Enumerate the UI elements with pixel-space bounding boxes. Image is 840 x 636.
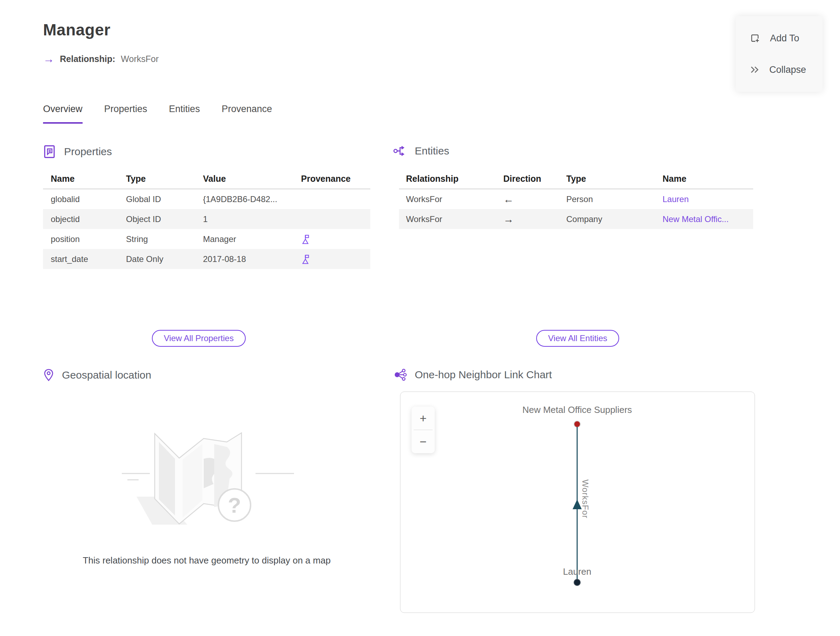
tab-bar: Overview Properties Entities Provenance	[43, 104, 272, 123]
properties-icon	[43, 144, 56, 159]
provenance-flag-icon	[301, 234, 370, 244]
properties-section-header: Properties	[43, 144, 112, 159]
prop-name: globalid	[51, 195, 126, 204]
node-person[interactable]	[574, 579, 581, 586]
col-direction: Direction	[503, 174, 566, 184]
properties-table: Name Type Value Provenance globalid Glob…	[43, 172, 370, 269]
prop-type: Object ID	[126, 214, 203, 224]
tab-provenance[interactable]: Provenance	[221, 104, 272, 123]
direction-right-arrow-icon: →	[503, 213, 566, 225]
link-chart-icon	[393, 369, 407, 381]
relationship-subtitle: → Relationship: WorksFor	[43, 53, 159, 65]
geospatial-section-header: Geospatial location	[43, 369, 151, 382]
prop-value: 1	[203, 214, 301, 224]
link-chart-section-title: One-hop Neighbor Link Chart	[415, 369, 552, 381]
edge-label: WorksFor	[580, 479, 590, 519]
node-label-person: Lauren	[563, 566, 592, 577]
table-row: WorksFor ← Person Lauren	[399, 189, 753, 209]
link-chart-canvas[interactable]: + − New Metal Office Suppliers WorksFor …	[400, 392, 755, 613]
add-to-label: Add To	[770, 33, 799, 44]
entities-section-header: Entities	[393, 144, 449, 158]
prop-name: position	[51, 234, 126, 244]
tab-overview[interactable]: Overview	[43, 104, 83, 123]
subtitle-label: Relationship:	[60, 54, 115, 64]
node-label-company: New Metal Office Suppliers	[522, 405, 632, 415]
zoom-out-button[interactable]: −	[412, 430, 435, 453]
prop-type: Date Only	[126, 254, 203, 264]
prop-value: {1A9DB2B6-D482...	[203, 195, 301, 204]
actions-card: Add To Collapse	[736, 16, 823, 92]
table-row: position String Manager	[43, 229, 370, 249]
geospatial-empty-message: This relationship does not have geometry…	[43, 555, 370, 566]
table-row: start_date Date Only 2017-08-18	[43, 249, 370, 269]
location-pin-icon	[43, 369, 54, 382]
map-placeholder-illustration: ?	[115, 417, 305, 536]
geospatial-section-title: Geospatial location	[62, 369, 151, 381]
add-to-button[interactable]: Add To	[750, 33, 823, 44]
table-row: globalid Global ID {1A9DB2B6-D482...	[43, 189, 370, 209]
prop-type: Global ID	[126, 195, 203, 204]
prop-type: String	[126, 234, 203, 244]
collapse-icon	[750, 65, 760, 74]
col-value: Value	[203, 174, 301, 184]
col-provenance: Provenance	[301, 174, 370, 184]
table-row: objectid Object ID 1	[43, 209, 370, 229]
entity-type: Company	[566, 214, 663, 224]
table-row: WorksFor → Company New Metal Offic...	[399, 209, 753, 229]
node-company[interactable]	[574, 421, 581, 428]
view-all-properties-button[interactable]: View All Properties	[152, 330, 246, 347]
col-name: Name	[51, 174, 126, 184]
entities-table-header: Relationship Direction Type Name	[399, 172, 753, 189]
tab-properties[interactable]: Properties	[104, 104, 147, 123]
subtitle-value: WorksFor	[121, 54, 159, 64]
provenance-flag-icon	[301, 254, 370, 264]
direction-left-arrow-icon: ←	[503, 193, 566, 205]
col-type: Type	[566, 174, 663, 184]
tab-entities[interactable]: Entities	[169, 104, 200, 123]
collapse-button[interactable]: Collapse	[750, 65, 823, 75]
zoom-in-button[interactable]: +	[412, 407, 435, 430]
collapse-label: Collapse	[769, 65, 806, 75]
link-chart-section-header: One-hop Neighbor Link Chart	[393, 369, 552, 381]
prop-value: Manager	[203, 234, 301, 244]
entity-name-link[interactable]: Lauren	[663, 195, 753, 204]
prop-name: start_date	[51, 254, 126, 264]
col-type: Type	[126, 174, 203, 184]
page-title: Manager	[43, 20, 111, 39]
add-to-icon	[750, 33, 761, 44]
entities-icon	[393, 144, 407, 158]
prop-value: 2017-08-18	[203, 254, 301, 264]
relationship-arrow-icon: →	[43, 53, 54, 65]
entity-type: Person	[566, 195, 663, 204]
entities-section-title: Entities	[415, 145, 449, 157]
col-relationship: Relationship	[406, 174, 503, 184]
properties-section-title: Properties	[64, 146, 112, 158]
svg-text:?: ?	[228, 493, 241, 517]
prop-name: objectid	[51, 214, 126, 224]
col-name: Name	[663, 174, 753, 184]
entity-relationship: WorksFor	[406, 195, 503, 204]
entity-name-link[interactable]: New Metal Offic...	[663, 214, 753, 224]
entity-relationship: WorksFor	[406, 214, 503, 224]
zoom-control: + −	[412, 407, 435, 453]
properties-table-header: Name Type Value Provenance	[43, 172, 370, 189]
view-all-entities-button[interactable]: View All Entities	[536, 330, 619, 347]
relationship-detail-page: Manager → Relationship: WorksFor Add To …	[0, 0, 840, 636]
entities-table: Relationship Direction Type Name WorksFo…	[399, 172, 753, 229]
